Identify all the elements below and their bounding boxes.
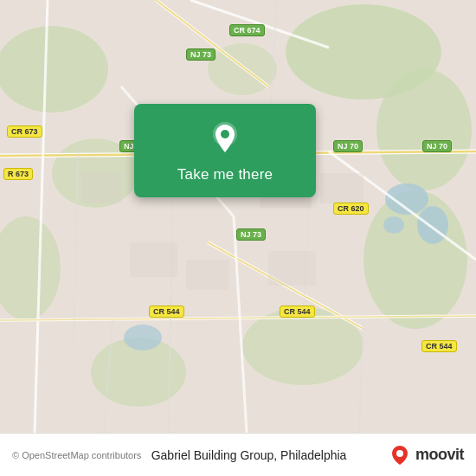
svg-rect-38 (268, 251, 316, 286)
map-background (0, 0, 476, 433)
osm-attribution: © OpenStreetMap contributors (12, 450, 141, 460)
road-label-nj73-mid: NJ 73 (236, 228, 266, 241)
road-label-cr673-low: R 673 (3, 168, 33, 180)
road-label-cr673-mid: CR 673 (7, 125, 42, 138)
svg-point-12 (383, 216, 404, 234)
svg-point-2 (376, 69, 472, 190)
svg-rect-34 (320, 173, 363, 203)
moovit-icon (388, 443, 412, 467)
bottom-left-section: © OpenStreetMap contributors Gabriel Bui… (12, 448, 346, 462)
svg-point-3 (0, 26, 108, 113)
road-label-nj70-far-right: NJ 70 (422, 140, 452, 152)
svg-point-11 (417, 206, 448, 244)
svg-rect-37 (186, 260, 229, 290)
map-container: CR 674 NJ 73 CR 673 NJ 70 NJ 70 NJ 70 R … (0, 0, 476, 433)
take-me-there-button[interactable]: Take me there (177, 166, 273, 183)
svg-rect-36 (130, 242, 177, 277)
road-label-cr544-left: CR 544 (149, 306, 184, 318)
road-label-nj70-right: NJ 70 (333, 140, 363, 152)
road-label-cr544-far: CR 544 (421, 340, 457, 352)
svg-point-41 (396, 450, 403, 457)
svg-point-13 (124, 325, 162, 351)
moovit-text: moovit (415, 446, 464, 464)
road-label-nj73-top: NJ 73 (186, 48, 215, 61)
svg-point-9 (208, 43, 277, 95)
moovit-logo: moovit (388, 443, 464, 467)
road-label-cr544-right: CR 544 (280, 306, 315, 318)
road-label-cr674: CR 674 (229, 24, 265, 36)
bottom-bar: © OpenStreetMap contributors Gabriel Bui… (0, 433, 476, 476)
location-pin-icon (206, 119, 244, 158)
location-card[interactable]: Take me there (134, 104, 316, 197)
svg-rect-35 (82, 173, 121, 203)
svg-point-40 (221, 130, 229, 138)
location-label: Gabriel Building Group, Philadelphia (151, 448, 347, 462)
road-label-cr620: CR 620 (333, 203, 369, 215)
